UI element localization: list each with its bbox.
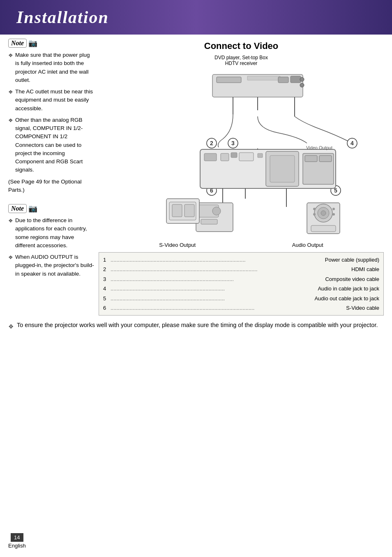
s-video-label: S-Video Output	[159, 242, 196, 248]
cable-item-5: 5 ......................................…	[103, 294, 379, 303]
svg-rect-33	[319, 155, 332, 162]
svg-text:2: 2	[210, 140, 213, 146]
svg-rect-49	[201, 219, 217, 224]
camera-icon-2: 📷	[28, 204, 37, 213]
svg-rect-4	[278, 77, 288, 83]
svg-point-44	[313, 213, 316, 216]
svg-point-7	[300, 83, 304, 87]
note1-header: Note 📷	[8, 39, 95, 48]
cable-item-1: 1 ......................................…	[103, 255, 379, 265]
svg-rect-2	[217, 77, 241, 83]
svg-rect-25	[221, 153, 229, 161]
right-column: Connect to Video DVD player, Set-top Box…	[99, 39, 384, 320]
svg-point-6	[300, 77, 304, 81]
note2-bullet-2: ❖ When AUDIO OUTPUT is plugged-in, the p…	[8, 253, 95, 278]
audio-label: Audio Output	[292, 242, 323, 248]
note2-header: Note 📷	[8, 204, 95, 213]
svg-rect-53	[172, 204, 182, 217]
page-header: Installation	[0, 0, 392, 35]
cable-item-2: 2 ......................................…	[103, 265, 379, 274]
main-content: Note 📷 ❖ Make sure that the power plug i…	[0, 39, 392, 320]
svg-rect-27	[239, 153, 254, 161]
cable-list: 1 ......................................…	[99, 252, 384, 316]
svg-text:4: 4	[350, 140, 354, 146]
diamond-icon-3: ❖	[8, 116, 13, 174]
svg-point-50	[212, 207, 221, 215]
diagram-svg: 2 3 4 5 6 1	[99, 67, 384, 240]
diamond-icon-5: ❖	[8, 253, 13, 278]
note1-bullet-2: ❖ The AC outlet must be near this equipm…	[8, 88, 95, 113]
language-label: English	[8, 543, 26, 549]
dvd-label: DVD player, Set-top Box HDTV receiver	[99, 55, 384, 66]
diamond-icon-2: ❖	[8, 88, 13, 113]
camera-icon-1: 📷	[28, 39, 37, 48]
svg-rect-26	[231, 153, 237, 158]
svg-point-43	[313, 208, 316, 210]
section-title: Connect to Video	[99, 41, 384, 51]
diamond-icon-4: ❖	[8, 217, 13, 250]
svg-rect-5	[291, 76, 301, 83]
note1-bullet-1: ❖ Make sure that the power plug is fully…	[8, 51, 95, 84]
diamond-icon-bottom: ❖	[8, 322, 14, 332]
cable-item-4: 4 ......................................…	[103, 284, 379, 293]
svg-rect-28	[258, 153, 263, 158]
svg-point-41	[321, 211, 326, 216]
svg-rect-30	[270, 155, 295, 182]
note1-label: Note	[8, 39, 27, 48]
svg-point-46	[332, 213, 335, 216]
page-title: Installation	[16, 8, 109, 27]
svg-rect-3	[247, 76, 280, 80]
svg-rect-24	[204, 153, 217, 161]
note2-bullet-1: ❖ Due to the difference in applications …	[8, 216, 95, 250]
note1-bullet-3: ❖ Other than the analog RGB signal, COMP…	[8, 116, 95, 174]
svg-text:3: 3	[231, 140, 235, 146]
bottom-note: ❖ To ensure the projector works well wit…	[0, 320, 392, 332]
bottom-note-text: To ensure the projector works well with …	[17, 320, 378, 332]
svg-rect-54	[184, 204, 194, 217]
page-number: 14	[11, 533, 23, 542]
note1-optional: (See Page 49 for the Optional Parts.)	[8, 178, 95, 195]
svg-point-45	[332, 208, 335, 210]
svg-text:Video Output: Video Output	[306, 145, 332, 150]
diamond-icon-1: ❖	[8, 51, 13, 84]
note2-label: Note	[8, 204, 27, 213]
diagram-labels: S-Video Output Audio Output	[99, 242, 384, 248]
left-column: Note 📷 ❖ Make sure that the power plug i…	[8, 39, 95, 320]
svg-rect-42	[311, 225, 336, 232]
cable-item-6: 6 ......................................…	[103, 303, 379, 313]
svg-rect-32	[305, 155, 317, 162]
connection-diagram: 2 3 4 5 6 1	[99, 67, 384, 240]
page-footer: 14 English	[8, 533, 26, 549]
cable-item-3: 3 ......................................…	[103, 274, 379, 284]
